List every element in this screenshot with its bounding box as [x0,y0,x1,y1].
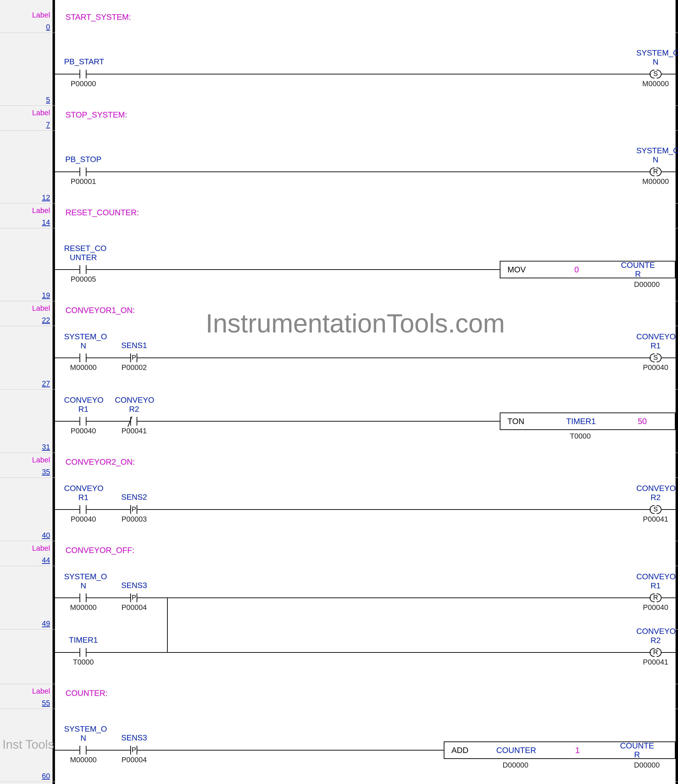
tag-r49-out: CONVEYO R1 [636,572,675,590]
ladder-diagram: Label 0 5 Label 7 12 Label 14 19 Label 2… [0,0,678,784]
rung-num-5: 5 [46,96,50,104]
addr-r12-out: M00000 [636,177,675,186]
addr-r5-out: M00000 [636,79,675,88]
contact-p: P [121,505,146,514]
add-box: ADD COUNTER 1 COUNTE R [444,742,676,759]
contact-no [71,353,95,362]
comment-r44: CONVEYOR_OFF: [65,546,134,555]
rung-num-27: 27 [42,380,50,388]
coil-set: S [643,70,668,78]
addr-r19-c1: P00005 [64,275,103,283]
tag-r49-c1: SYSTEM_O N [64,572,103,590]
rung-num-55: 55 [42,699,50,707]
watermark-side: Inst Tools [2,737,54,751]
addr-r40-c1: P00040 [64,515,103,523]
tag-r40-c1: CONVEYO R1 [64,484,103,502]
contact-no [71,417,95,426]
label-r35: Label [32,456,50,464]
tag-r60-c1: SYSTEM_O N [64,725,103,743]
tag-r31-c1: CONVEYO R1 [64,395,103,414]
tag-r31-c2: CONVEYO R2 [115,395,153,414]
contact-nc [121,417,146,426]
addr-r49-c2: P00004 [115,603,153,611]
addr-r40-out: P00041 [636,515,675,523]
addr-r27-c1: M00000 [64,363,103,372]
rung-num-0: 0 [46,23,50,31]
tag-r60-c2: SENS3 [115,733,153,742]
rung-num-12: 12 [42,193,50,202]
label-r44: Label [32,544,50,552]
contact-p: P [121,746,146,754]
addr-r49b-out: P00041 [636,658,675,666]
coil-set: S [643,505,668,514]
rung-num-49: 49 [42,619,50,628]
comment-r35: CONVEYOR2_ON: [65,457,135,467]
rung-num-44: 44 [42,556,50,565]
contact-no [71,746,95,754]
coil-reset: R [643,168,668,176]
addr-r12-c1: P00001 [64,177,103,186]
tag-r49b-out: CONVEYO R2 [636,627,675,645]
power-rail-left [53,0,55,784]
contact-no [71,70,95,78]
addr-r60-c2: P00004 [115,756,153,764]
addr-r40-c2: P00003 [115,515,153,523]
addr-r31-c1: P00040 [64,427,103,435]
contact-no [71,648,95,657]
contact-no [71,168,95,176]
rung-num-14: 14 [42,218,50,227]
contact-no [71,593,95,602]
comment-r0: START_SYSTEM: [65,12,131,22]
power-rail-right [676,0,678,784]
mov-box: MOV 0 COUNTE R [500,261,676,278]
addr-r49-out: P00040 [636,603,675,611]
comment-r14: RESET_COUNTER: [65,208,139,217]
ton-box: TON TIMER1 50 [500,412,676,430]
label-r14: Label [32,206,50,215]
tag-r27-out: CONVEYO R1 [636,332,675,350]
addr-r27-out: P00040 [636,363,675,372]
ladder-main: InstrumentationTools.com Inst Tools STAR… [55,0,676,784]
tag-r19-c1: RESET_CO UNTER [64,244,103,262]
rung-num-60: 60 [42,772,50,780]
tag-r12-out: SYSTEM_O N [636,146,675,164]
contact-no [71,265,95,274]
rung-num-31: 31 [42,443,50,451]
rung-num-22: 22 [42,316,50,324]
addr-r19-box: D00000 [624,280,670,289]
contact-p: P [121,353,146,362]
tag-r27-c1: SYSTEM_O N [64,332,103,350]
addr-r5-c1: P00000 [64,79,103,88]
label-r0: Label [32,11,50,19]
comment-r7: STOP_SYSTEM: [65,110,127,120]
rung-num-19: 19 [42,291,50,300]
contact-no [71,505,95,514]
contact-p: P [121,593,146,602]
addr-r60-p3: D00000 [620,761,673,769]
tag-r40-out: CONVEYO R2 [636,484,675,502]
tag-r49b-c1: TIMER1 [64,635,103,645]
rung-num-40: 40 [42,531,50,540]
rung-num-35: 35 [42,468,50,476]
coil-reset: R [643,593,668,602]
addr-r49b-c1: T0000 [64,658,103,666]
comment-r55: COUNTER: [65,688,107,698]
label-r7: Label [32,109,50,117]
watermark-main: InstrumentationTools.com [205,308,505,339]
label-r22: Label [32,304,50,313]
coil-set: S [643,353,668,362]
tag-r5-c1: PB_START [64,57,103,66]
comment-r22: CONVEYOR1_ON: [65,305,135,315]
addr-r31-box: T0000 [554,432,606,440]
rung-num-7: 7 [46,120,50,129]
addr-r31-c2: P00041 [115,427,153,435]
label-r55: Label [32,687,50,695]
tag-r12-c1: PB_STOP [64,155,103,164]
tag-r27-c2: SENS1 [115,341,153,350]
addr-r60-p1: D00000 [489,761,542,769]
tag-r49-c2: SENS3 [115,581,153,590]
addr-r49-c1: M00000 [64,603,103,611]
addr-r60-c1: M00000 [64,756,103,764]
addr-r27-c2: P00002 [115,363,153,372]
tag-r5-out: SYSTEM_O N [636,48,675,67]
